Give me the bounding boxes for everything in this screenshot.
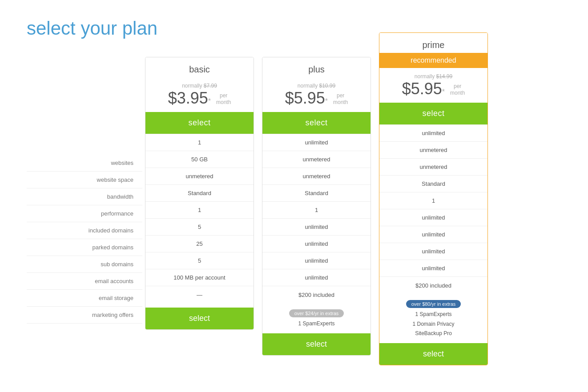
feature-row-prime-9: $200 included (379, 277, 487, 294)
extras-section-plus: over $24/yr in extras1 SpamExperts (262, 303, 371, 333)
plan-name-basic: basic (150, 64, 249, 75)
feature-row-plus-0: unlimited (262, 134, 371, 151)
per-month-plus: permonth (333, 92, 348, 106)
price-box-prime: normally $14.99 $5.95* permonth (379, 68, 487, 103)
feature-label-websites: websites (27, 155, 142, 172)
price-basic: $3.95* permonth (150, 89, 249, 108)
feature-row-plus-3: Standard (262, 185, 371, 202)
feature-row-plus-4: 1 (262, 202, 371, 219)
plan-column-basic: basic normally $7.99 $3.95* permonth sel… (145, 57, 254, 330)
price-plus: $5.95* permonth (267, 89, 366, 108)
feature-row-plus-7: unlimited (262, 252, 371, 269)
feature-row-basic-5: 5 (145, 219, 254, 236)
feature-label-email-accounts: email accounts (27, 273, 142, 290)
plan-name-prime: prime (384, 40, 483, 50)
feature-row-prime-6: unlimited (379, 226, 487, 243)
feature-row-basic-3: Standard (145, 185, 254, 202)
features-${plan.id}: unlimitedunmeteredunmeteredStandard1unli… (379, 124, 487, 294)
feature-row-prime-5: unlimited (379, 209, 487, 226)
select-button-bottom-plus[interactable]: select (262, 333, 371, 355)
extras-item: 1 SpamExperts (262, 319, 371, 329)
price-box-basic: normally $7.99 $3.95* permonth (145, 77, 254, 112)
select-button-bottom-prime[interactable]: select (379, 343, 487, 365)
feature-row-plus-9: $200 included (262, 286, 371, 303)
feature-label-website-space: website space (27, 172, 142, 188)
feature-row-prime-7: unlimited (379, 243, 487, 260)
normally-text-prime: normally $14.99 (384, 73, 483, 80)
price-prime: $5.95* permonth (384, 80, 483, 98)
select-button-top-plus[interactable]: select (262, 112, 371, 134)
feature-row-plus-2: unmetered (262, 168, 371, 185)
extras-badge-prime: over $80/yr in extras (406, 300, 461, 308)
feature-row-basic-1: 50 GB (145, 151, 254, 168)
feature-row-prime-1: unmetered (379, 142, 487, 159)
extras-item: SiteBackup Pro (379, 329, 487, 339)
normally-text-plus: normally $10.99 (267, 83, 366, 89)
plan-name-plus: plus (267, 64, 366, 75)
feature-label-included-domains: included domains (27, 222, 142, 239)
per-month-basic: permonth (216, 92, 231, 106)
feature-row-prime-3: Standard (379, 176, 487, 192)
price-box-plus: normally $10.99 $5.95* permonth (262, 77, 371, 112)
feature-label-email-storage: email storage (27, 290, 142, 307)
extras-section-prime: over $80/yr in extras1 SpamExperts1 Doma… (379, 294, 487, 343)
feature-row-basic-8: 100 MB per account (145, 269, 254, 286)
feature-labels-column: websiteswebsite spacebandwidthperformanc… (27, 57, 142, 324)
plan-column-plus: plus normally $10.99 $5.95* permonth sel… (262, 57, 371, 356)
extras-badge-plus: over $24/yr in extras (289, 309, 344, 317)
features-${plan.id}: 150 GBunmeteredStandard15255100 MB per a… (145, 134, 254, 303)
feature-row-plus-6: unlimited (262, 236, 371, 252)
feature-row-basic-0: 1 (145, 134, 254, 151)
feature-row-basic-9: — (145, 286, 254, 303)
feature-row-basic-2: unmetered (145, 168, 254, 185)
feature-row-prime-4: 1 (379, 192, 487, 209)
feature-row-basic-6: 25 (145, 236, 254, 252)
select-button-top-prime[interactable]: select (379, 103, 487, 124)
feature-row-basic-4: 1 (145, 202, 254, 219)
extras-item: 1 SpamExperts (379, 310, 487, 320)
select-button-bottom-basic[interactable]: select (145, 308, 254, 329)
feature-label-sub-domains: sub domains (27, 256, 142, 273)
per-month-prime: permonth (450, 83, 465, 97)
feature-label-bandwidth: bandwidth (27, 188, 142, 205)
feature-row-basic-7: 5 (145, 252, 254, 269)
feature-row-plus-1: unmetered (262, 151, 371, 168)
feature-row-plus-8: unlimited (262, 269, 371, 286)
select-button-top-basic[interactable]: select (145, 112, 254, 134)
feature-row-prime-8: unlimited (379, 260, 487, 277)
feature-row-prime-0: unlimited (379, 125, 487, 142)
feature-label-performance: performance (27, 205, 142, 222)
feature-row-plus-5: unlimited (262, 219, 371, 236)
recommended-badge: recommended (379, 53, 487, 68)
feature-row-prime-2: unmetered (379, 159, 487, 176)
plan-column-prime: primerecommended normally $14.99 $5.95* … (379, 32, 488, 365)
features-${plan.id}: unlimitedunmeteredunmeteredStandard1unli… (262, 134, 371, 303)
extras-item: 1 Domain Privacy (379, 320, 487, 329)
feature-label-marketing-offers: marketing offers (27, 307, 142, 324)
feature-label-parked-domains: parked domains (27, 239, 142, 256)
normally-text-basic: normally $7.99 (150, 83, 249, 89)
